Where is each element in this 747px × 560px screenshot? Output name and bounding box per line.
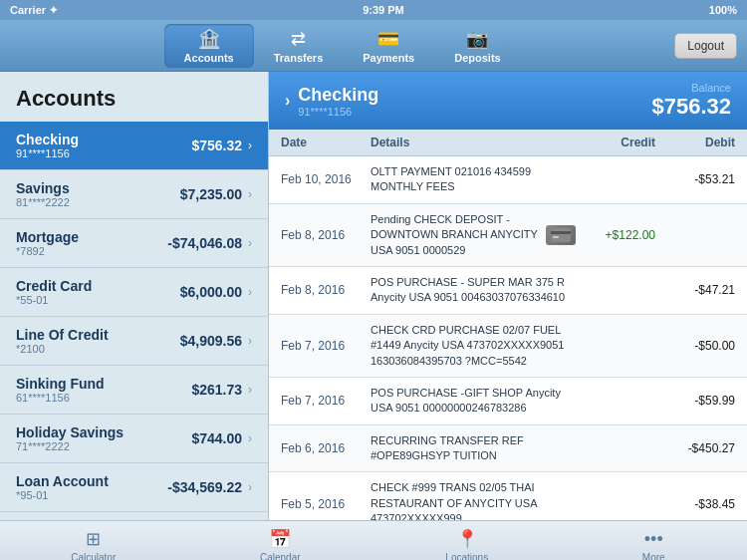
detail-account-number: 91****1156 (298, 106, 378, 118)
account-balance: $744.00 (191, 430, 242, 446)
transaction-list: Feb 10, 2016 OLTT PAYMENT 021016 434599 … (269, 156, 747, 520)
time-label: 9:39 PM (363, 4, 404, 16)
account-balance: $756.32 (191, 138, 242, 153)
tx-details-text: Pending CHECK DEPOSIT - DOWNTOWN BRANCH … (371, 212, 540, 258)
bottom-tab-calculator[interactable]: ⊞ Calculator (64, 528, 124, 560)
account-left: Checking 91****1156 (16, 132, 79, 159)
account-item-loan-account[interactable]: Loan Account *95-01 -$34,569.22 › (0, 463, 268, 512)
account-balance: $7,235.00 (180, 186, 242, 202)
account-left: Sinking Fund 61****1156 (16, 376, 105, 404)
tx-details: Pending CHECK DEPOSIT - DOWNTOWN BRANCH … (371, 212, 576, 258)
account-number: 71****2222 (16, 440, 124, 452)
account-number: *55-01 (16, 294, 92, 306)
account-left: Loan Account *95-01 (16, 473, 109, 501)
account-item-holiday-savings[interactable]: Holiday Savings 71****2222 $744.00 › (0, 415, 268, 463)
accounts-tab-label: Accounts (184, 52, 234, 64)
transaction-row[interactable]: Feb 8, 2016 POS PURCHASE - SUPER MAR 375… (269, 267, 747, 315)
account-right: $4,909.56 › (180, 333, 252, 349)
account-item-mortgage[interactable]: Mortgage *7892 -$74,046.08 › (0, 219, 268, 268)
account-balance: $4,909.56 (180, 333, 242, 349)
transaction-row[interactable]: Feb 7, 2016 POS PURCHASE -GIFT SHOP Anyc… (269, 378, 747, 425)
detail-account-info: Checking 91****1156 (298, 85, 378, 118)
table-header: Date Details Credit Debit (269, 130, 747, 156)
bottom-bar: ⊞ Calculator 📅 Calendar 📍 Locations ••• … (0, 520, 747, 560)
account-number: *7892 (16, 245, 79, 257)
detail-pane: › Checking 91****1156 Balance $756.32 Da… (269, 72, 747, 520)
tx-debit: -$38.45 (655, 497, 735, 511)
locations-icon: 📍 (456, 528, 478, 550)
account-left: Line Of Credit *2100 (16, 327, 109, 355)
account-name: Holiday Savings (16, 424, 124, 440)
more-label: More (642, 552, 665, 561)
tx-details: CHECK CRD PURCHASE 02/07 FUEL #1449 Anyc… (371, 323, 576, 369)
account-number: 91****1156 (16, 147, 79, 159)
chevron-right-icon: › (248, 285, 252, 299)
tx-date: Feb 8, 2016 (281, 283, 371, 297)
calendar-icon: 📅 (269, 528, 291, 550)
detail-balance-label: Balance (651, 82, 731, 94)
account-left: Holiday Savings 71****2222 (16, 424, 124, 452)
tx-details: RECURRING TRANSFER REF #OPE89GHSYP TUITI… (371, 433, 576, 464)
payments-tab-label: Payments (363, 52, 414, 64)
account-item-savings[interactable]: Savings 81****2222 $7,235.00 › (0, 170, 268, 219)
svg-rect-0 (551, 228, 571, 242)
nav-tabs: 🏦 Accounts ⇄ Transfers 💳 Payments 📷 Depo… (10, 24, 674, 68)
tx-debit: -$53.21 (655, 172, 735, 186)
transaction-row[interactable]: Feb 10, 2016 OLTT PAYMENT 021016 434599 … (269, 156, 747, 204)
chevron-right-icon: › (248, 334, 252, 348)
calculator-label: Calculator (71, 552, 116, 560)
sidebar-title: Accounts (0, 72, 268, 122)
tx-date: Feb 5, 2016 (281, 497, 371, 511)
nav-tab-deposits[interactable]: 📷 Deposits (434, 24, 520, 68)
tx-details: POS PURCHASE -GIFT SHOP Anycity USA 9051… (371, 386, 576, 417)
transaction-row[interactable]: Feb 5, 2016 CHECK #999 TRANS 02/05 THAI … (269, 472, 747, 520)
account-number: *95-01 (16, 489, 109, 501)
chevron-right-icon: › (248, 236, 252, 250)
logout-button[interactable]: Logout (674, 33, 737, 59)
bottom-tab-locations[interactable]: 📍 Locations (437, 528, 497, 560)
detail-header: › Checking 91****1156 Balance $756.32 (269, 72, 747, 130)
col-date-header: Date (281, 136, 371, 149)
account-left: Mortgage *7892 (16, 229, 79, 257)
transaction-row[interactable]: Feb 8, 2016 Pending CHECK DEPOSIT - DOWN… (269, 204, 747, 267)
nav-tab-transfers[interactable]: ⇄ Transfers (254, 24, 344, 68)
tx-details: CHECK #999 TRANS 02/05 THAI RESTAURANT O… (371, 480, 576, 520)
transaction-row[interactable]: Feb 6, 2016 RECURRING TRANSFER REF #OPE8… (269, 425, 747, 473)
tx-credit: +$122.00 (576, 228, 655, 242)
chevron-right-icon: › (248, 431, 252, 445)
detail-balance-amount: $756.32 (651, 94, 731, 120)
account-list: Checking 91****1156 $756.32 › Savings 81… (0, 122, 268, 512)
account-item-checking[interactable]: Checking 91****1156 $756.32 › (0, 122, 268, 170)
account-right: -$34,569.22 › (167, 479, 252, 495)
account-balance: $261.73 (191, 382, 242, 398)
account-item-line-of-credit[interactable]: Line Of Credit *2100 $4,909.56 › (0, 317, 268, 366)
tx-debit: -$50.00 (655, 339, 735, 353)
account-name: Sinking Fund (16, 376, 105, 392)
sidebar: Accounts Checking 91****1156 $756.32 › S… (0, 72, 269, 520)
transaction-row[interactable]: Feb 7, 2016 CHECK CRD PURCHASE 02/07 FUE… (269, 315, 747, 378)
detail-chevron-icon: › (285, 92, 290, 110)
bottom-tab-calendar[interactable]: 📅 Calendar (250, 528, 310, 560)
account-name: Savings (16, 180, 70, 196)
more-icon: ••• (644, 529, 663, 550)
nav-tab-accounts[interactable]: 🏦 Accounts (164, 24, 254, 68)
account-number: *2100 (16, 343, 109, 355)
transfers-icon: ⇄ (291, 28, 306, 50)
col-details-header: Details (371, 136, 576, 149)
account-name: Checking (16, 132, 79, 147)
account-name: Mortgage (16, 229, 79, 245)
tx-date: Feb 10, 2016 (281, 172, 371, 186)
bottom-tab-more[interactable]: ••• More (623, 529, 683, 561)
card-icon (546, 225, 576, 245)
account-item-sinking-fund[interactable]: Sinking Fund 61****1156 $261.73 › (0, 366, 268, 415)
battery-label: 100% (709, 4, 737, 16)
account-number: 81****2222 (16, 196, 70, 208)
account-item-credit-card[interactable]: Credit Card *55-01 $6,000.00 › (0, 268, 268, 317)
top-nav: 🏦 Accounts ⇄ Transfers 💳 Payments 📷 Depo… (0, 20, 747, 72)
tx-date: Feb 8, 2016 (281, 228, 371, 242)
tx-details: OLTT PAYMENT 021016 434599 MONTHLY FEES (371, 164, 576, 195)
account-balance: -$74,046.08 (167, 235, 242, 251)
nav-tab-payments[interactable]: 💳 Payments (343, 24, 434, 68)
account-name: Credit Card (16, 278, 92, 294)
detail-header-left: › Checking 91****1156 (285, 85, 378, 118)
